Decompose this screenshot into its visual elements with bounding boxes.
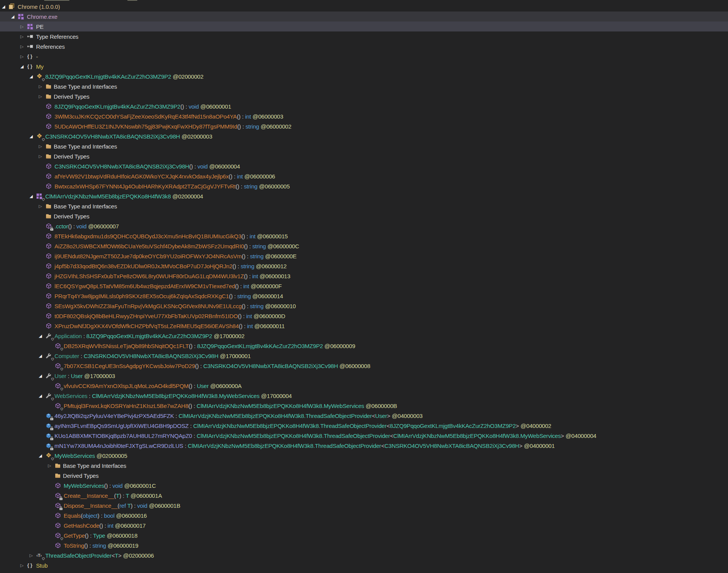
tree-item-references[interactable]: References xyxy=(0,41,728,51)
tree-item-method-8tek[interactable]: 8TEkHk6abgxdmu1ds9QDHCcQUBOydJ3cXmu5nHcB… xyxy=(0,231,728,241)
tree-item-method-bwtx[interactable]: BwtxcazlxWHSp67FYNNt4Jg4OubIHARhKyXRAdpt… xyxy=(0,181,728,191)
tree-item-method-afye[interactable]: afYeVW92V1btwpVdRduHIfoicAGK0WkoYCXJqK4r… xyxy=(0,171,728,181)
tree-item-method-gethashcode[interactable]: GetHashCode() : int @06000017 xyxy=(0,520,728,530)
expander-open-icon[interactable] xyxy=(11,15,18,19)
tree-item-field-ayinm3[interactable]: ayINm3FLvnEBpQs9SmUgUpfIXiWEU4GBH9pDOSZ … xyxy=(0,421,728,431)
tree-item-method-create-instance[interactable]: Create__Instance__(T) : T @0600001A xyxy=(0,490,728,500)
tree-item-namespace-empty[interactable]: - xyxy=(0,51,728,61)
expander-closed-icon[interactable] xyxy=(39,144,46,149)
tree-item-method-5udc[interactable]: 5UDcAWOrHffEU3Z1INJVKNswbh75gj83PwjKxqFw… xyxy=(0,121,728,131)
tree-item-method-tostring[interactable]: ToString() : string @06000019 xyxy=(0,540,728,550)
tree-item-class-8jzq9[interactable]: 8JZQ9PqqoGextKLmjgtBv4kKAcZurZ2hO3MZ9P2 … xyxy=(0,71,728,81)
tree-item-method-t0df[interactable]: t0DF802QBskjQ8bBeHLRwyyZHnpiYveU77XbFbTa… xyxy=(0,311,728,321)
tree-item-method-aizz[interactable]: AiZZ8o2USWBCXMfOWt6bCUaYe5tuVSchf4DybeAk… xyxy=(0,241,728,251)
row-label: ClMIArrVdzjKNbzNwM5Eb8bjzEPQKKo8H4fW3k8 … xyxy=(45,193,203,200)
tree-item-property-webservices[interactable]: WebServices : ClMIArrVdzjKNbzNwM5Eb8bjzE… xyxy=(0,391,728,401)
expander-closed-icon[interactable] xyxy=(20,45,27,49)
row-label: Derived Types xyxy=(54,153,89,160)
tree-item-property-user[interactable]: User : User @17000003 xyxy=(0,371,728,381)
lock-overlay-icon xyxy=(50,428,53,430)
expander-open-icon[interactable] xyxy=(2,5,9,9)
expander-closed-icon[interactable] xyxy=(39,84,46,89)
expander-open-icon[interactable] xyxy=(39,354,46,358)
tree-item-class-mywebservices[interactable]: MyWebServices @02000005 xyxy=(0,451,728,461)
tree-item-property-computer[interactable]: Computer : C3NSRKO4OV5VH8NwbXTA8icBAQNSB… xyxy=(0,351,728,361)
tree-item-class-threadsafeobjectprovider[interactable]: ThreadSafeObjectProvider<T> @02000006 xyxy=(0,550,728,560)
tree-item-method-getter-vfvu[interactable]: vfvuIvCCKt9AmYxnOXlspJLqMoLzoAO4kdl5PQM(… xyxy=(0,381,728,391)
row-label: Derived Types xyxy=(54,93,89,100)
row-label: ayINm3FLvnEBpQs9SmUgUpfIXiWEU4GBH9pDOSZ … xyxy=(54,423,551,429)
expander-open-icon[interactable] xyxy=(39,374,46,378)
expander-closed-icon[interactable] xyxy=(20,35,27,39)
tree-item-method-equals[interactable]: Equals(object) : bool @06000016 xyxy=(0,510,728,520)
expander-closed-icon[interactable] xyxy=(20,563,27,568)
row-label: DB25XRqWVlhSNissLeTjaQb89hbSNqitOQc1FLT(… xyxy=(64,343,355,349)
tree-item-field-46y2[interactable]: 46y2JtQBi2qzPyluuV4eYBePivj4zPX5AEd5FZK … xyxy=(0,411,728,421)
typeref-icon xyxy=(27,43,34,50)
tree-item-method-getter-pmtu[interactable]: PMtujql3FrwxLkqKOSRYaHnZ1KIszL5Be7wZAH8(… xyxy=(0,401,728,411)
expander-open-icon[interactable] xyxy=(30,194,36,198)
tree-item-class-clmia[interactable]: ClMIArrVdzjKNbzNwM5Eb8bjzEPQKKo8H4fW3k8 … xyxy=(0,191,728,201)
tree-item-class-c3nsrko4[interactable]: C3NSRKO4OV5VH8NwbXTA8icBAQNSB2iXj3Cv98H … xyxy=(0,131,728,141)
tree-item-base-types[interactable]: Base Type and Interfaces xyxy=(0,81,728,91)
tree-item-method-xpruz[interactable]: XPruzDwNfJDgXKX4VOfdWfkCHZPbfVqT5sLZeRlM… xyxy=(0,321,728,331)
tree-item-field-mn1y[interactable]: mN1Yw7X8UMA4nJoibhl0teFJXTgSLwCR9DzlLUS … xyxy=(0,441,728,451)
expander-open-icon[interactable] xyxy=(20,64,27,69)
expander-closed-icon[interactable] xyxy=(39,204,46,208)
expander-closed-icon[interactable] xyxy=(39,94,46,99)
expander-open-icon[interactable] xyxy=(30,134,36,139)
method-icon xyxy=(46,123,52,129)
tree-item-derived-types[interactable]: Derived Types xyxy=(0,151,728,161)
tree-item-base-types[interactable]: Base Type and Interfaces xyxy=(0,141,728,151)
method-icon xyxy=(46,233,52,239)
tree-item-module-chrome-exe[interactable]: Chrome.exe xyxy=(0,12,728,21)
tree-item-method-prqr[interactable]: PRqrTq4Y3w8jpgIMiLsls0ph9SKXz8EX5sOcuj6k… xyxy=(0,291,728,301)
tree-item-method-ij9u[interactable]: ij9UENdut82NJgemZT50ZJue7dp0keOYCb9YU2oi… xyxy=(0,251,728,261)
tree-item-method-dispose-instance[interactable]: Dispose__Instance__(ref T) : void @06000… xyxy=(0,500,728,510)
tree-item-pe[interactable]: PE xyxy=(0,21,728,31)
expander-open-icon[interactable] xyxy=(30,74,36,79)
expander-closed-icon[interactable] xyxy=(30,553,36,558)
tree-item-method-getter-db25[interactable]: DB25XRqWVlhSNissLeTjaQb89hbSNqitOQc1FLT(… xyxy=(0,341,728,351)
heart-overlay-icon xyxy=(42,557,44,560)
tree-item-method-3wlm3[interactable]: 3WlM3cuJKrKCQzCO0dYSaFjZeeXoeoSdKyRqE43t… xyxy=(0,111,728,121)
tree-item-method-j4pf[interactable]: j4pf5b7d33qodBtQ6n38vEZDkUDlw0R0JxJtMVoC… xyxy=(0,261,728,271)
tree-item-type-references[interactable]: Type References xyxy=(0,31,728,41)
tree-item-method-cctor[interactable]: .cctor() : void @06000007 xyxy=(0,221,728,231)
expander-closed-icon[interactable] xyxy=(20,54,27,59)
tree-item-method-lec6[interactable]: lEC6QSYgwQ8pL5TatVM85m6Ub4wzBqjepzdAtErx… xyxy=(0,281,728,291)
tree-item-method-ctor-c3nsrko4[interactable]: C3NSRKO4OV5VH8NwbXTA8icBAQNSB2iXj3Cv98H(… xyxy=(0,161,728,171)
tree-item-base-types[interactable]: Base Type and Interfaces xyxy=(0,461,728,471)
method-icon xyxy=(55,363,61,369)
tree-item-method-gettype[interactable]: GetType() : Type @06000018 xyxy=(0,530,728,540)
expander-closed-icon[interactable] xyxy=(39,154,46,159)
tree-item-method-jhzg[interactable]: jHZGVIhLShSHSFx0ubTxPe8zOW6L8ry0WUHF80rD… xyxy=(0,271,728,281)
tree-item-derived-types[interactable]: Derived Types xyxy=(0,471,728,481)
expander-open-icon[interactable] xyxy=(39,394,46,398)
row-label: Dispose__Instance__(ref T) : void @06000… xyxy=(64,502,180,509)
row-label: ij9UENdut82NJgemZT50ZJue7dp0keOYCb9YU2oi… xyxy=(54,253,296,259)
tree-item-field-kuo1[interactable]: KUo1ABBXMKTIOBKjqBpzb7AUH8UL27mRYNQApZ0 … xyxy=(0,431,728,441)
tree-item-namespace-stub[interactable]: Stub xyxy=(0,560,728,570)
lock-overlay-icon xyxy=(59,508,63,510)
row-label: 8JZQ9PqqoGextKLmjgtBv4kKAcZurZ2hO3MZ9P2 … xyxy=(45,73,203,80)
expander-open-icon[interactable] xyxy=(39,454,46,458)
heart-overlay-icon xyxy=(61,347,63,351)
tree-item-derived-types[interactable]: Derived Types xyxy=(0,91,728,101)
tree-item-assembly-chrome[interactable]: Chrome (1.0.0.0) xyxy=(0,2,728,12)
tree-item-method-sesw[interactable]: SEsWgX5kvDWhIZZ3IaFyuTnRpvjVkMgGLKSNcQGt… xyxy=(0,301,728,311)
tree-item-derived-types[interactable]: Derived Types xyxy=(0,211,728,221)
tree-item-method-ctor-8jzq9[interactable]: 8JZQ9PqqoGextKLmjgtBv4kKAcZurZ2hO3MZ9P2(… xyxy=(0,101,728,111)
tree-item-base-types[interactable]: Base Type and Interfaces xyxy=(0,201,728,211)
clipped-row-fragment xyxy=(0,0,728,1)
tree-item-namespace-my[interactable]: My xyxy=(0,61,728,71)
method-icon xyxy=(55,403,61,409)
method-icon xyxy=(46,103,52,109)
expander-closed-icon[interactable] xyxy=(48,464,55,468)
tree-item-property-application[interactable]: Application : 8JZQ9PqqoGextKLmjgtBv4kKAc… xyxy=(0,331,728,341)
tree-item-method-ctor-mywebservices[interactable]: MyWebServices() : void @0600001C xyxy=(0,481,728,490)
tree-item-method-getter-7b07[interactable]: 7b07XCSB1CegUE3nSsAgdpgYKCwsbJoiw7PoD29(… xyxy=(0,361,728,371)
row-label: SEsWgX5kvDWhIZZ3IaFyuTnRpvjVkMgGLKSNcQGt… xyxy=(54,303,296,309)
expander-open-icon[interactable] xyxy=(39,334,46,338)
expander-closed-icon[interactable] xyxy=(20,25,27,29)
